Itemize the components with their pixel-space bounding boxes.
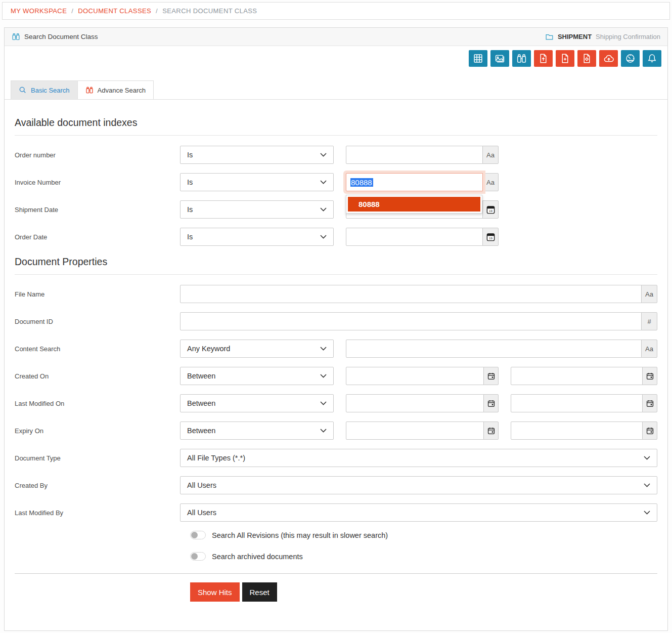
breadcrumb-my-workspace[interactable]: MY WORKSPACE <box>11 7 67 15</box>
notifications-bell-icon[interactable] <box>643 50 661 67</box>
case-sensitive-toggle[interactable]: Aa <box>482 146 499 164</box>
svg-text:19: 19 <box>489 236 492 240</box>
document-class-description: Shipping Confirmation <box>596 33 660 40</box>
order-number-operator-select[interactable]: Is <box>180 146 334 164</box>
calendar-icon <box>646 372 654 381</box>
created-on-from-input[interactable] <box>346 367 484 385</box>
order-date-input[interactable] <box>346 228 483 246</box>
field-label: Created On <box>15 372 180 380</box>
date-picker-button[interactable]: 19 <box>482 200 499 219</box>
created-on-operator-select[interactable]: Between <box>180 367 334 385</box>
field-label: Shipment Date <box>15 206 180 214</box>
file-code-icon[interactable] <box>577 50 596 67</box>
form-row-last-modified-by: Last Modified By All Users <box>15 503 657 522</box>
toggle-knob <box>191 532 198 538</box>
date-picker-button[interactable]: 19 <box>482 228 499 246</box>
date-picker-button[interactable] <box>483 421 499 440</box>
toolbar <box>5 46 667 70</box>
form-row-last-modified-on: Last Modified On Between <box>15 394 657 412</box>
created-on-to-input[interactable] <box>511 367 643 385</box>
folder-icon <box>545 32 554 41</box>
expiry-on-operator-select[interactable]: Between <box>180 421 334 440</box>
form-row-invoice-number: Invoice Number Is 80888 Aa 80888 <box>15 173 657 191</box>
gauge-icon[interactable] <box>621 50 640 67</box>
date-picker-button[interactable] <box>483 367 499 385</box>
field-label: Expiry On <box>15 427 180 435</box>
case-sensitive-toggle[interactable]: Aa <box>482 173 499 191</box>
document-class-name: SHIPMENT <box>558 33 592 40</box>
chevron-down-icon <box>320 347 327 351</box>
content-search-input[interactable] <box>346 340 642 358</box>
calendar-icon <box>487 372 496 381</box>
field-label: Last Modified By <box>15 509 180 517</box>
last-modified-on-to-input[interactable] <box>511 394 643 412</box>
invoice-number-operator-select[interactable]: Is <box>180 173 334 191</box>
document-id-input[interactable] <box>180 312 642 330</box>
file-name-input[interactable] <box>180 285 642 303</box>
autocomplete-dropdown: 80888 <box>346 195 482 214</box>
chevron-down-icon <box>320 180 327 184</box>
last-modified-on-from-input[interactable] <box>346 394 484 412</box>
field-label: Invoice Number <box>15 179 180 186</box>
date-picker-button[interactable] <box>483 394 499 412</box>
autocomplete-item[interactable]: 80888 <box>348 197 480 212</box>
form-row-expiry-on: Expiry On Between <box>15 421 657 440</box>
numeric-toggle[interactable]: # <box>641 312 657 330</box>
order-number-input[interactable] <box>346 146 483 164</box>
shipment-date-operator-select[interactable]: Is <box>180 200 334 219</box>
select-value: All File Types (*.*) <box>187 454 245 462</box>
tab-advance-search[interactable]: Advance Search <box>78 80 154 100</box>
images-icon[interactable] <box>490 50 509 67</box>
form-row-document-type: Document Type All File Types (*.*) <box>15 449 657 467</box>
search-document-class-panel: Search Document Class SHIPMENT Shipping … <box>4 27 668 631</box>
last-modified-on-operator-select[interactable]: Between <box>180 394 334 412</box>
calendar-icon <box>487 427 496 435</box>
content-search-operator-select[interactable]: Any Keyword <box>180 340 334 358</box>
operator-value: Any Keyword <box>187 345 230 353</box>
order-date-operator-select[interactable]: Is <box>180 228 334 246</box>
show-hits-button[interactable]: Show Hits <box>190 582 240 602</box>
date-picker-button[interactable] <box>642 367 657 385</box>
select-value: All Users <box>187 509 216 517</box>
expiry-on-from-input[interactable] <box>346 421 484 440</box>
breadcrumb-document-classes[interactable]: DOCUMENT CLASSES <box>78 7 151 15</box>
date-picker-button[interactable] <box>642 421 657 440</box>
form-row-file-name: File Name Aa <box>15 285 657 303</box>
document-type-select[interactable]: All File Types (*.*) <box>180 449 657 467</box>
section-title-indexes: Available document indexes <box>15 117 657 129</box>
invoice-number-input[interactable]: 80888 <box>346 173 483 191</box>
file-add-icon[interactable] <box>556 50 574 67</box>
panel-title: Search Document Class <box>24 33 98 40</box>
search-all-revisions-toggle[interactable] <box>190 531 206 539</box>
cloud-upload-icon[interactable] <box>599 50 618 67</box>
toggle-knob <box>191 553 198 560</box>
last-modified-by-select[interactable]: All Users <box>180 503 657 522</box>
chevron-down-icon <box>320 401 327 405</box>
search-tabs: Basic Search Advance Search <box>5 70 667 100</box>
case-sensitive-toggle[interactable]: Aa <box>641 285 657 303</box>
chevron-down-icon <box>320 374 327 378</box>
numeric-label: # <box>647 318 651 325</box>
toggle-label: Search All Revisions (this may result in… <box>212 531 388 539</box>
case-sensitive-label: Aa <box>645 345 653 353</box>
file-upload-icon[interactable] <box>534 50 553 67</box>
field-label: Document ID <box>15 318 180 325</box>
panel-header: Search Document Class SHIPMENT Shipping … <box>5 28 667 46</box>
action-buttons: Show Hits Reset <box>190 582 657 602</box>
operator-value: Between <box>187 372 215 380</box>
expiry-on-to-input[interactable] <box>511 421 643 440</box>
form-row-order-number: Order number Is Aa <box>15 146 657 164</box>
reset-button[interactable]: Reset <box>242 582 277 602</box>
date-picker-button[interactable] <box>642 394 657 412</box>
created-by-select[interactable]: All Users <box>180 476 657 494</box>
operator-value: Is <box>187 178 193 186</box>
tab-basic-search[interactable]: Basic Search <box>11 80 78 100</box>
search-archived-documents-toggle[interactable] <box>190 552 206 561</box>
breadcrumb-separator: / <box>71 7 73 15</box>
grid-view-icon[interactable] <box>469 50 487 67</box>
chevron-down-icon <box>644 456 650 460</box>
binoculars-search-icon[interactable] <box>512 50 531 67</box>
form-row-document-id: Document ID # <box>15 312 657 330</box>
select-value: All Users <box>187 481 216 489</box>
case-sensitive-toggle[interactable]: Aa <box>641 340 657 358</box>
